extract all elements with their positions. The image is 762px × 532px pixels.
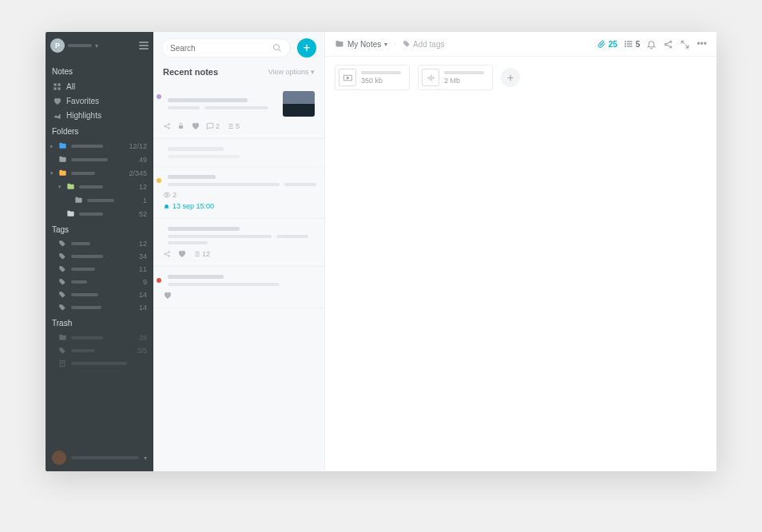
svg-point-11 bbox=[169, 127, 170, 129]
search-input[interactable] bbox=[170, 44, 272, 53]
folder-count: 12 bbox=[139, 183, 149, 191]
tag-count: 12 bbox=[139, 240, 149, 248]
video-file-icon bbox=[339, 69, 356, 86]
tree-chevron-icon[interactable]: ▸ bbox=[50, 143, 55, 149]
svg-rect-14 bbox=[179, 125, 183, 129]
svg-line-12 bbox=[165, 124, 168, 125]
folder-icon bbox=[58, 155, 68, 164]
tag-item[interactable]: 9 bbox=[46, 276, 153, 288]
folder-count: 12/12 bbox=[129, 142, 149, 150]
share-icon[interactable] bbox=[663, 39, 673, 50]
add-tags-button[interactable]: Add tags bbox=[403, 40, 444, 49]
tasks-count[interactable]: 5 bbox=[624, 39, 641, 49]
more-icon[interactable]: ••• bbox=[697, 38, 707, 50]
nav-highlights[interactable]: Highlights bbox=[46, 108, 153, 122]
tag-item[interactable]: 14 bbox=[46, 301, 153, 314]
svg-line-23 bbox=[165, 254, 168, 256]
trash-item[interactable]: 3/5 bbox=[46, 344, 153, 357]
audio-file-icon bbox=[422, 69, 439, 86]
note-item[interactable] bbox=[153, 267, 324, 308]
search-icon[interactable] bbox=[272, 43, 282, 53]
user-menu-chevron-icon[interactable]: ▾ bbox=[95, 42, 98, 50]
folder-count: 52 bbox=[139, 210, 149, 218]
folder-icon bbox=[58, 333, 68, 342]
svg-point-21 bbox=[169, 255, 170, 256]
bottom-chevron-icon[interactable]: ▾ bbox=[144, 455, 147, 462]
attachment-audio[interactable]: 2 Mb bbox=[418, 65, 493, 90]
tag-item[interactable]: 14 bbox=[46, 288, 153, 301]
tag-count: 11 bbox=[139, 265, 149, 273]
bell-icon[interactable] bbox=[646, 39, 657, 50]
folder-item[interactable]: ▸ 12/12 bbox=[46, 139, 153, 153]
tag-count: 34 bbox=[139, 252, 149, 260]
breadcrumb[interactable]: My Notes ▾ bbox=[335, 39, 387, 49]
tag-icon bbox=[58, 304, 68, 312]
nav-all[interactable]: All bbox=[46, 79, 153, 93]
add-attachment-button[interactable]: + bbox=[501, 68, 520, 87]
note-item[interactable]: 2 13 sep 15:00 bbox=[153, 167, 324, 219]
trash-count: 28 bbox=[139, 334, 149, 342]
svg-point-35 bbox=[670, 46, 672, 47]
search-box[interactable] bbox=[161, 38, 291, 58]
share-icon bbox=[163, 250, 171, 258]
tag-name-placeholder bbox=[71, 293, 98, 296]
svg-line-36 bbox=[667, 42, 670, 43]
tag-count: 14 bbox=[139, 291, 149, 299]
list-header: Recent notes View options ▾ bbox=[153, 64, 324, 83]
trash-item[interactable] bbox=[46, 357, 153, 370]
folder-count: 49 bbox=[139, 156, 149, 164]
note-item[interactable]: 25 bbox=[153, 83, 324, 139]
view-options-button[interactable]: View options ▾ bbox=[268, 68, 315, 76]
tag-item[interactable]: 34 bbox=[46, 250, 153, 263]
grid-icon bbox=[52, 81, 62, 91]
tag-icon bbox=[58, 240, 68, 248]
tag-item[interactable]: 12 bbox=[46, 237, 153, 250]
svg-point-9 bbox=[165, 125, 166, 127]
tree-chevron-icon[interactable]: ▾ bbox=[50, 170, 55, 177]
folder-icon bbox=[66, 182, 76, 191]
user-avatar[interactable]: P bbox=[50, 38, 65, 53]
note-text-placeholder bbox=[168, 106, 200, 109]
attachments-count[interactable]: 25 bbox=[597, 39, 617, 49]
note-title-placeholder bbox=[168, 98, 248, 102]
nav-favorites[interactable]: Favorites bbox=[46, 93, 153, 108]
heart-icon bbox=[177, 249, 186, 258]
tree-chevron-icon[interactable]: ▾ bbox=[58, 184, 63, 190]
folder-item[interactable]: ▾ 2/345 bbox=[46, 166, 153, 180]
tag-item[interactable]: 11 bbox=[46, 263, 153, 276]
nav-label: Highlights bbox=[66, 111, 101, 120]
note-meta bbox=[163, 291, 315, 300]
tag-icon bbox=[58, 278, 68, 286]
svg-point-19 bbox=[165, 253, 166, 255]
color-dot bbox=[157, 94, 161, 99]
new-note-button[interactable]: + bbox=[297, 38, 316, 58]
bell-icon bbox=[163, 203, 170, 210]
note-text-placeholder bbox=[284, 183, 316, 186]
note-title-placeholder bbox=[168, 147, 224, 151]
svg-line-8 bbox=[279, 50, 281, 52]
note-reminder: 13 sep 15:00 bbox=[163, 202, 315, 210]
folder-item[interactable]: 52 bbox=[46, 207, 153, 220]
hamburger-icon[interactable] bbox=[139, 42, 149, 50]
note-item[interactable] bbox=[153, 139, 324, 167]
note-detail-panel: My Notes ▾ · Add tags 25 5 bbox=[325, 32, 716, 471]
note-meta: 25 bbox=[163, 121, 315, 130]
add-tags-label: Add tags bbox=[413, 40, 444, 49]
note-item[interactable]: 12 bbox=[153, 219, 324, 267]
folder-item[interactable]: ▾ 12 bbox=[46, 180, 153, 193]
expand-icon[interactable] bbox=[680, 39, 690, 50]
attachment-video[interactable]: 350 kb bbox=[335, 65, 410, 90]
lock-icon bbox=[177, 122, 185, 129]
svg-point-30 bbox=[625, 42, 625, 42]
bottom-avatar[interactable] bbox=[52, 451, 66, 465]
svg-point-10 bbox=[169, 123, 170, 125]
heart-icon bbox=[191, 121, 200, 130]
list-icon bbox=[624, 39, 633, 49]
folder-item[interactable]: 1 bbox=[46, 193, 153, 207]
trash-item[interactable]: 28 bbox=[46, 331, 153, 344]
folder-name-placeholder bbox=[71, 145, 103, 148]
folder-item[interactable]: 49 bbox=[46, 153, 153, 166]
note-meta: 12 bbox=[163, 249, 315, 258]
sidebar-body: Notes All Favorites Highlights Folders ▸… bbox=[46, 59, 153, 444]
attachment-name-placeholder bbox=[361, 71, 401, 74]
